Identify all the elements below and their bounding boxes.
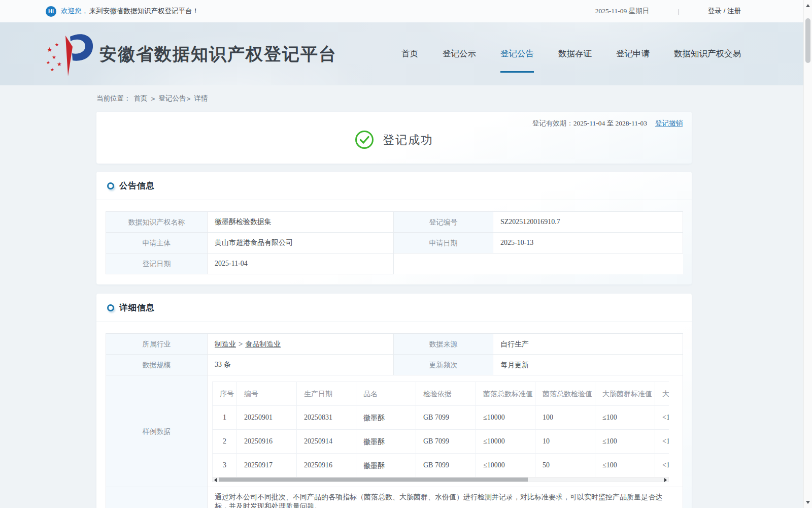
registration-status-text: 登记成功 <box>383 132 433 148</box>
nav-registration-publicity[interactable]: 登记公示 <box>443 48 476 59</box>
field-value: 2025-11-04 <box>208 253 394 274</box>
announcement-info-card: 公告信息 数据知识产权名称 徽墨酥检验数据集 登记编号 SZ2025120016… <box>96 172 692 284</box>
field-label: 登记日期 <box>106 253 208 274</box>
table-cell: GB 7099 <box>416 406 476 430</box>
field-label-empty <box>106 487 208 508</box>
nav-data-ip-trade[interactable]: 数据知识产权交易 <box>674 48 741 59</box>
section-ring-icon <box>107 182 114 189</box>
site-header: ★ ★ ★ ★ ★ ★ 安徽省数据知识产权登记平台 首页 登记公示 登记公告 数… <box>0 22 812 85</box>
industry-value: 制造业>食品制造业 <box>208 334 394 355</box>
announcement-section-header: 公告信息 <box>96 172 692 200</box>
breadcrumb-current: 详情 <box>194 94 208 103</box>
field-label: 申请主体 <box>106 233 208 253</box>
field-value: SZ2025120016910.7 <box>493 212 683 233</box>
table-cell: <1 <box>655 406 669 430</box>
nav-home[interactable]: 首页 <box>401 48 418 59</box>
top-utility-bar: Hi 欢迎您， 来到安徽省数据知识产权登记平台！ 2025-11-09 星期日 … <box>0 0 812 22</box>
industry-separator: > <box>239 340 243 348</box>
table-cell: 20250916 <box>297 454 356 477</box>
table-cell: 徽墨酥 <box>356 454 416 477</box>
scroll-up-icon[interactable] <box>806 4 810 7</box>
table-cell: 3 <box>213 454 237 477</box>
col-header: 编号 <box>237 382 297 406</box>
table-cell: GB 7099 <box>416 430 476 454</box>
field-label: 数据知识产权名称 <box>106 212 208 233</box>
dataset-description: 通过对本公司不同批次、不同产品的各项指标（菌落总数、大肠菌群、水份值）进行检测并… <box>208 487 683 508</box>
field-value: 自行生产 <box>493 334 683 355</box>
svg-text:★: ★ <box>50 67 54 72</box>
revoke-registration-link[interactable]: 登记撤销 <box>655 119 683 128</box>
welcome-highlight: 欢迎您， <box>61 7 88 16</box>
login-register-link[interactable]: 登录 / 注册 <box>708 7 741 16</box>
table-cell: 10 <box>535 430 595 454</box>
detail-info-card: 详细信息 所属行业 制造业>食品制造业 数据来源 自行生产 数据规模 33 条 … <box>96 294 692 508</box>
section-ring-icon <box>107 304 114 311</box>
field-label: 数据规模 <box>106 355 208 375</box>
field-label: 更新频次 <box>394 355 493 375</box>
detail-section-header: 详细信息 <box>96 294 692 322</box>
site-title: 安徽省数据知识产权登记平台 <box>99 22 337 85</box>
col-header: 品名 <box>356 382 416 406</box>
table-cell: 20250901 <box>237 406 297 430</box>
table-cell: ≤100 <box>595 406 655 430</box>
breadcrumb-section[interactable]: 登记公告 <box>158 94 186 103</box>
validity-range: 2025-11-04 至 2028-11-03 <box>573 119 647 128</box>
table-cell: 20250917 <box>237 454 297 477</box>
registration-status-card: 登记有效期： 2025-11-04 至 2028-11-03 登记撤销 登记成功 <box>96 112 692 164</box>
breadcrumb-home[interactable]: 首页 <box>134 94 148 103</box>
field-label: 数据来源 <box>394 334 493 355</box>
scroll-down-icon[interactable] <box>806 501 810 504</box>
validity-label: 登记有效期： <box>532 119 573 128</box>
table-cell: <1 <box>655 430 669 454</box>
sample-data-cell: 序号 编号 生产日期 品名 检验依据 菌落总数标准值 菌落总数检验值 大肠菌群标… <box>208 375 683 487</box>
section-title: 详细信息 <box>119 302 155 313</box>
table-cell: 20250916 <box>237 430 297 454</box>
horizontal-scrollbar[interactable] <box>212 477 669 482</box>
field-value: 2025-10-13 <box>493 233 683 253</box>
empty-cell <box>493 253 683 274</box>
field-value: 黄山市超港食品有限公司 <box>208 233 394 253</box>
detail-info-table: 所属行业 制造业>食品制造业 数据来源 自行生产 数据规模 33 条 更新频次 … <box>106 333 683 508</box>
table-cell: 50 <box>535 454 595 477</box>
table-cell: ≤10000 <box>476 430 535 454</box>
nav-data-deposit[interactable]: 数据存证 <box>558 48 592 59</box>
sample-table-viewport: 序号 编号 生产日期 品名 检验依据 菌落总数标准值 菌落总数检验值 大肠菌群标… <box>212 382 669 477</box>
breadcrumb-separator: > <box>186 95 190 103</box>
sample-data-label: 样例数据 <box>106 375 208 487</box>
nav-registration-announcement[interactable]: 登记公告 <box>500 48 534 59</box>
svg-text:★: ★ <box>47 46 53 53</box>
col-header: 检验依据 <box>416 382 476 406</box>
table-cell: <1 <box>655 454 669 477</box>
vertical-scrollbar-thumb[interactable] <box>805 18 810 63</box>
scroll-left-icon[interactable] <box>214 478 217 482</box>
col-header: 生产日期 <box>297 382 356 406</box>
vertical-scrollbar[interactable] <box>803 0 812 508</box>
nav-registration-apply[interactable]: 登记申请 <box>616 48 650 59</box>
col-header: 菌落总数标准值 <box>476 382 535 406</box>
field-value: 徽墨酥检验数据集 <box>208 212 394 233</box>
topbar-divider: | <box>678 8 680 15</box>
horizontal-scrollbar-thumb[interactable] <box>219 478 528 482</box>
breadcrumb-prefix: 当前位置： <box>96 94 131 103</box>
table-cell: 20250914 <box>297 430 356 454</box>
field-label: 申请日期 <box>394 233 493 253</box>
industry-parent-link[interactable]: 制造业 <box>215 340 236 348</box>
site-logo-icon: ★ ★ ★ ★ ★ ★ <box>45 29 98 78</box>
breadcrumb: 当前位置： 首页 > 登记公告 > 详情 <box>96 94 208 103</box>
main-nav: 首页 登记公示 登记公告 数据存证 登记申请 数据知识产权交易 <box>401 22 741 85</box>
sample-table: 序号 编号 生产日期 品名 检验依据 菌落总数标准值 菌落总数检验值 大肠菌群标… <box>212 382 669 477</box>
section-title: 公告信息 <box>119 180 155 192</box>
industry-child-link[interactable]: 食品制造业 <box>245 340 281 348</box>
announcement-info-table: 数据知识产权名称 徽墨酥检验数据集 登记编号 SZ2025120016910.7… <box>106 211 683 274</box>
scroll-right-icon[interactable] <box>664 478 667 482</box>
table-cell: 2 <box>213 430 237 454</box>
table-cell: 徽墨酥 <box>356 430 416 454</box>
col-header: 大肠菌群标准值 <box>595 382 655 406</box>
svg-text:★: ★ <box>46 60 50 65</box>
svg-text:★: ★ <box>55 42 59 47</box>
col-header: 序号 <box>213 382 237 406</box>
table-cell: ≤100 <box>595 430 655 454</box>
table-cell: 1 <box>213 406 237 430</box>
svg-text:★: ★ <box>52 54 56 60</box>
welcome-text: 来到安徽省数据知识产权登记平台！ <box>89 7 199 16</box>
